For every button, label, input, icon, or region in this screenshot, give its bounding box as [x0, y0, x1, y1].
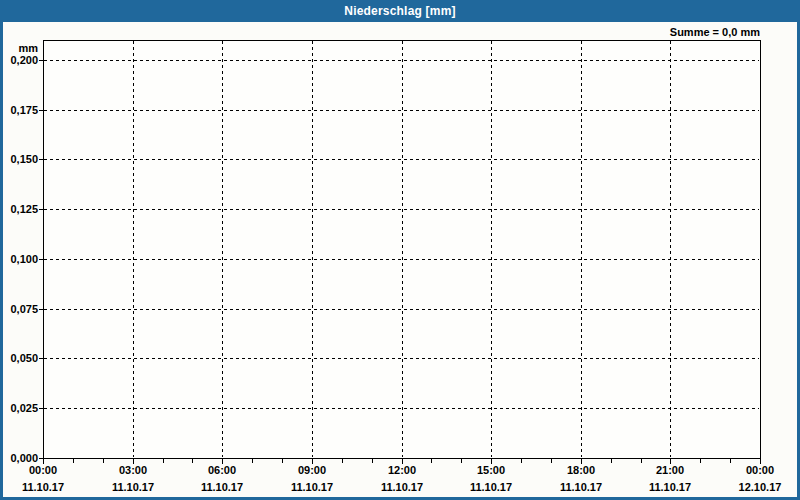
x-axis-minor-tick	[192, 459, 193, 463]
x-axis-minor-tick	[730, 459, 731, 463]
y-tick-label: 0,075	[0, 303, 38, 315]
x-axis-minor-tick	[461, 459, 462, 463]
x-gridline	[581, 41, 582, 457]
x-date-label: 11.10.17	[8, 481, 78, 493]
window-title-bar: Niederschlag [mm]	[0, 0, 800, 22]
y-tick-label: 0,100	[0, 253, 38, 265]
y-axis-tick	[39, 259, 43, 260]
y-tick-label: 0,000	[0, 452, 38, 464]
x-date-label: 11.10.17	[635, 481, 705, 493]
x-axis-minor-tick	[252, 459, 253, 463]
x-axis-minor-tick	[700, 459, 701, 463]
x-gridline	[312, 41, 313, 457]
x-time-label: 12:00	[367, 464, 437, 476]
x-time-label: 00:00	[8, 464, 78, 476]
y-tick-label: 0,050	[0, 352, 38, 364]
x-axis-minor-tick	[342, 459, 343, 463]
y-axis-unit-label: mm	[0, 42, 38, 54]
x-time-label: 09:00	[277, 464, 347, 476]
x-axis-minor-tick	[431, 459, 432, 463]
y-tick-label: 0,175	[0, 104, 38, 116]
x-time-label: 06:00	[187, 464, 257, 476]
y-axis-tick	[39, 60, 43, 61]
chart-window: Niederschlag [mm] Summe = 0,0 mm mm 0,00…	[0, 0, 800, 500]
x-axis-minor-tick	[163, 459, 164, 463]
x-axis-minor-tick	[551, 459, 552, 463]
x-gridline	[670, 41, 671, 457]
x-time-label: 03:00	[98, 464, 168, 476]
y-tick-label: 0,025	[0, 402, 38, 414]
x-axis-minor-tick	[372, 459, 373, 463]
x-date-label: 11.10.17	[546, 481, 616, 493]
x-axis-minor-tick	[641, 459, 642, 463]
x-time-label: 21:00	[635, 464, 705, 476]
y-axis-tick	[39, 358, 43, 359]
x-axis-minor-tick	[103, 459, 104, 463]
y-axis-tick	[39, 159, 43, 160]
x-date-label: 11.10.17	[277, 481, 347, 493]
window-title: Niederschlag [mm]	[344, 4, 455, 18]
y-axis-tick	[39, 309, 43, 310]
x-time-label: 00:00	[725, 464, 795, 476]
y-axis-tick	[39, 209, 43, 210]
y-tick-label: 0,200	[0, 54, 38, 66]
x-date-label: 11.10.17	[98, 481, 168, 493]
y-tick-label: 0,125	[0, 203, 38, 215]
x-gridline	[222, 41, 223, 457]
y-tick-label: 0,150	[0, 153, 38, 165]
sum-annotation: Summe = 0,0 mm	[560, 26, 760, 38]
y-axis-tick	[39, 110, 43, 111]
y-axis-tick	[39, 408, 43, 409]
x-date-label: 11.10.17	[187, 481, 257, 493]
x-axis-minor-tick	[611, 459, 612, 463]
x-axis-minor-tick	[521, 459, 522, 463]
x-date-label: 12.10.17	[725, 481, 795, 493]
x-date-label: 11.10.17	[456, 481, 526, 493]
x-axis-minor-tick	[73, 459, 74, 463]
x-gridline	[491, 41, 492, 457]
x-gridline	[133, 41, 134, 457]
x-axis-minor-tick	[282, 459, 283, 463]
x-date-label: 11.10.17	[367, 481, 437, 493]
x-time-label: 15:00	[456, 464, 526, 476]
x-time-label: 18:00	[546, 464, 616, 476]
x-gridline	[402, 41, 403, 457]
